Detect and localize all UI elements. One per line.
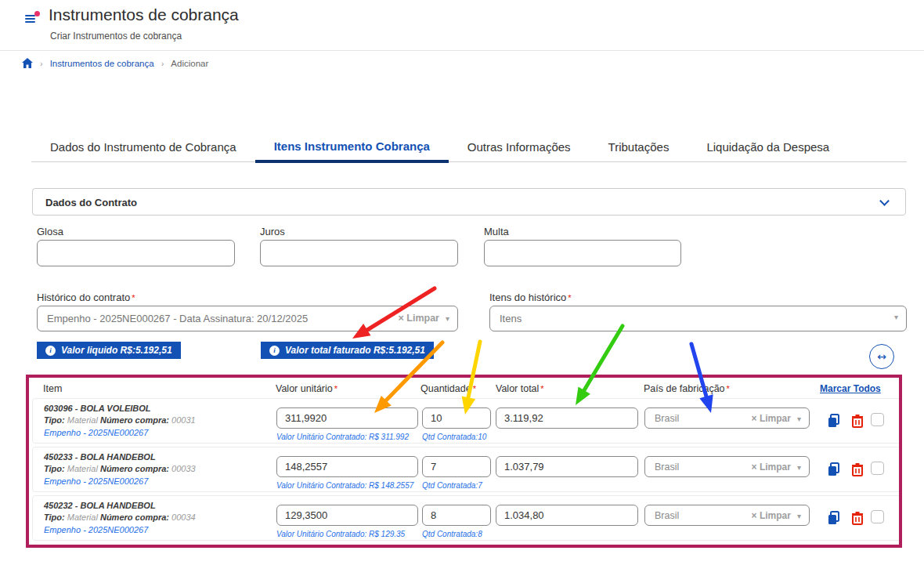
menu-bars-icon [25, 15, 35, 24]
copy-icon[interactable] [827, 414, 841, 428]
valor-liquido-badge: i Valor liquido R$:5.192,51 [37, 342, 181, 359]
breadcrumb-separator-icon: › [40, 59, 43, 68]
valor-total-input[interactable] [496, 456, 638, 477]
info-icon: i [269, 346, 280, 356]
expand-table-button[interactable]: ↔ [869, 344, 894, 369]
quantidade-hint: Qtd Contratada:10 [422, 433, 486, 441]
hamburger-menu-icon[interactable] [23, 11, 41, 28]
breadcrumb: › Instrumentos de cobrança › Adicionar [22, 58, 208, 68]
breadcrumb-separator-icon: › [161, 59, 164, 68]
info-icon: i [45, 346, 56, 356]
row-checkbox[interactable] [871, 413, 884, 426]
tab-outras-informacoes[interactable]: Outras Informações [449, 132, 590, 161]
copy-icon[interactable] [827, 462, 841, 476]
empenho-link[interactable]: Empenho - 2025NE000267 [44, 525, 148, 534]
itens-historico-select[interactable]: Itens ▾ [489, 306, 907, 331]
pais-fabricacao-select[interactable]: Brasil × Limpar▾ [644, 505, 810, 526]
tab-itens-instrumento[interactable]: Itens Instrumento Cobrança [255, 132, 449, 163]
panel-title: Dados do Contrato [45, 197, 137, 208]
historico-contrato-label: Histórico do contrato* [37, 292, 135, 303]
item-meta: Tipo: Material Número compra: 00031 [44, 415, 196, 425]
empenho-link[interactable]: Empenho - 2025NE000267 [44, 428, 148, 437]
col-header-quantidade: Quantidade* [420, 383, 476, 394]
quantidade-input[interactable] [422, 407, 491, 429]
valor-total-input[interactable] [496, 505, 638, 526]
historico-contrato-select[interactable]: Empenho - 2025NE000267 - Data Assinatura… [37, 306, 458, 331]
page-subtitle: Criar Instrumentos de cobrança [50, 31, 182, 42]
limpar-button[interactable]: × Limpar [399, 313, 439, 324]
row-checkbox[interactable] [871, 510, 884, 523]
caret-down-icon[interactable]: ▾ [797, 415, 801, 423]
historico-contrato-value: Empenho - 2025NE000267 - Data Assinatura… [47, 313, 308, 324]
tab-dados-instrumento[interactable]: Dados do Instrumento de Cobrança [31, 132, 255, 161]
empenho-link[interactable]: Empenho - 2025NE000267 [44, 476, 148, 486]
trash-icon[interactable] [850, 511, 864, 525]
table-row: 450233 - BOLA HANDEBOL Tipo: Material Nú… [32, 447, 901, 492]
chevron-down-icon[interactable] [879, 196, 890, 206]
valor-unitario-input[interactable] [276, 505, 418, 526]
tab-bar: Dados do Instrumento de Cobrança Itens I… [31, 132, 907, 162]
valor-unitario-input[interactable] [276, 456, 418, 477]
copy-icon[interactable] [827, 511, 841, 525]
pais-value: Brasil [655, 413, 679, 424]
row-checkbox[interactable] [871, 462, 884, 475]
breadcrumb-link-instrumentos[interactable]: Instrumentos de cobrança [50, 59, 154, 68]
juros-input[interactable] [260, 240, 458, 266]
quantidade-input[interactable] [422, 456, 491, 477]
col-header-item: Item [43, 383, 62, 394]
trash-icon[interactable] [850, 462, 864, 476]
table-row: 603096 - BOLA VOLEIBOL Tipo: Material Nú… [32, 398, 901, 444]
limpar-button[interactable]: × Limpar [752, 413, 791, 424]
valor-unitario-hint: Valor Unitário Contratado: R$ 129.35 [276, 530, 405, 538]
required-marker: * [473, 384, 476, 393]
tab-tributacoes[interactable]: Tributações [590, 132, 688, 161]
limpar-button[interactable]: × Limpar [752, 462, 791, 473]
trash-icon[interactable] [850, 414, 864, 428]
pais-value: Brasil [655, 510, 679, 521]
table-row: 450232 - BOLA HANDEBOL Tipo: Material Nú… [32, 495, 901, 541]
caret-down-icon[interactable]: ▾ [797, 463, 801, 472]
col-header-valor-total: Valor total* [496, 383, 544, 394]
valor-unitario-input[interactable] [276, 407, 418, 429]
col-header-pais-fabricacao: País de fabricação* [644, 383, 730, 394]
marcar-todos-link[interactable]: Marcar Todos [820, 383, 881, 394]
valor-total-faturado-badge: i Valor total faturado R$:5.192,51 [261, 342, 434, 359]
valor-unitario-hint: Valor Unitário Contratado: R$ 311.992 [276, 433, 409, 441]
required-marker: * [568, 293, 571, 302]
pais-value: Brasil [655, 462, 679, 473]
required-marker: * [540, 384, 543, 393]
item-meta: Tipo: Material Número compra: 00033 [44, 464, 196, 473]
app-header: Instrumentos de cobrança Criar Instrumen… [0, 0, 924, 51]
multa-input[interactable] [484, 240, 681, 266]
item-title: 603096 - BOLA VOLEIBOL [44, 404, 151, 413]
col-header-valor-unitario: Valor unitário* [276, 383, 337, 394]
required-marker: * [334, 384, 337, 393]
item-title: 450232 - BOLA HANDEBOL [44, 501, 156, 510]
pais-fabricacao-select[interactable]: Brasil × Limpar▾ [644, 407, 810, 429]
breadcrumb-current: Adicionar [171, 59, 208, 68]
menu-notification-dot [34, 11, 40, 16]
quantidade-input[interactable] [422, 505, 491, 526]
valor-liquido-text: Valor liquido R$:5.192,51 [61, 345, 172, 356]
caret-down-icon[interactable]: ▾ [894, 313, 898, 321]
limpar-button[interactable]: × Limpar [752, 510, 791, 521]
page-title: Instrumentos de cobrança [49, 5, 239, 24]
green-arrow [584, 326, 623, 390]
home-icon[interactable] [22, 58, 33, 68]
glosa-input[interactable] [37, 240, 235, 266]
juros-label: Juros [260, 226, 285, 237]
caret-down-icon[interactable]: ▾ [797, 512, 801, 520]
caret-down-icon[interactable]: ▾ [446, 314, 449, 323]
valor-total-faturado-text: Valor total faturado R$:5.192,51 [285, 345, 425, 356]
required-marker: * [132, 293, 135, 302]
itens-historico-label: Itens do histórico* [489, 292, 572, 303]
valor-unitario-hint: Valor Unitário Contratado: R$ 148.2557 [276, 481, 413, 490]
glosa-label: Glosa [37, 226, 63, 237]
valor-total-input[interactable] [496, 407, 638, 429]
tab-liquidacao-despesa[interactable]: Liquidação da Despesa [688, 132, 848, 161]
item-title: 450233 - BOLA HANDEBOL [44, 452, 156, 462]
dados-do-contrato-panel[interactable]: Dados do Contrato [32, 188, 906, 215]
pais-fabricacao-select[interactable]: Brasil × Limpar▾ [644, 456, 810, 477]
multa-label: Multa [484, 226, 509, 237]
quantidade-hint: Qtd Contratada:7 [422, 481, 482, 490]
